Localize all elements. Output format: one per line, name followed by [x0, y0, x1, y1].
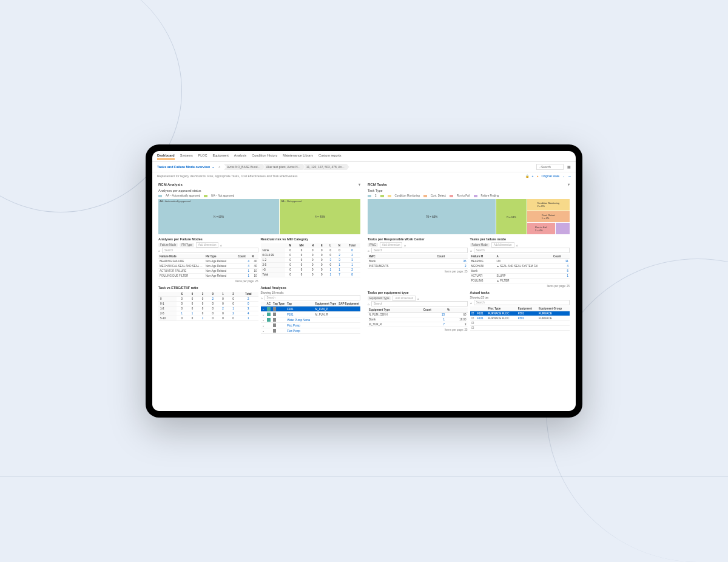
table-row[interactable]: BEARINGLM31	[470, 259, 570, 264]
status-icon	[267, 307, 271, 311]
filter-icon[interactable]: ▾	[568, 182, 570, 186]
table-row[interactable]: BEARING FAILURENon-Age Related440	[158, 259, 258, 264]
table-row[interactable]: FOULING DUE FILTERNon-Age Related110	[158, 274, 258, 279]
breadcrumb-item[interactable]: Avrist NO_BASE Bund...	[224, 164, 265, 170]
nav-systems[interactable]: Systems	[180, 154, 193, 160]
chip-equipment-type[interactable]: Equipment Type	[368, 296, 391, 300]
status-icon	[267, 318, 271, 322]
pager[interactable]: Items per page: 25	[158, 279, 258, 284]
table-search[interactable]: Search	[371, 301, 468, 306]
table-row[interactable]: 2-50000011	[261, 263, 361, 268]
add-dimension[interactable]: Add dimension	[491, 242, 514, 248]
table-search[interactable]: Search	[474, 300, 570, 305]
table-row[interactable]: ACTUATOR FAILURENon-Age Related110	[158, 269, 258, 274]
table-row[interactable]: FOULING▲ FILTER	[470, 279, 570, 283]
lock-icon[interactable]: 🔒	[525, 174, 529, 178]
table-row[interactable]: MECHANI▲ SEAL AND SEAL SYSTEM FAI4	[470, 264, 570, 269]
eqtype-widget: Tasks per equipment type Equipment Type …	[368, 289, 468, 333]
search-icon[interactable]: ⌕	[220, 243, 222, 247]
table-row[interactable]: Total0000178	[261, 273, 361, 277]
table-row[interactable]: ☑	[470, 326, 570, 331]
chip-rwc[interactable]: RWC	[368, 243, 378, 247]
breadcrumb-item[interactable]: 11, 120, 147, 503, 478, An...	[303, 164, 349, 170]
table-search[interactable]: Search	[371, 248, 468, 253]
search-icon[interactable]: ⌕	[516, 243, 518, 247]
table-row[interactable]: ⌄Floc Pump	[261, 328, 361, 334]
table-row[interactable]: N_FUM_CENH1360	[368, 313, 468, 317]
table-row[interactable]: 0.01-0.990000022	[261, 253, 361, 258]
nav-maintenance-library[interactable]: Maintenance Library	[283, 154, 313, 160]
state-label[interactable]: Original state	[542, 174, 559, 178]
table-row[interactable]: 5-100010001	[158, 316, 258, 321]
table-row[interactable]: blank5	[470, 269, 570, 274]
add-dimension[interactable]: Add dimension	[393, 296, 416, 301]
table-row[interactable]: ⌄F101M_FUN_R	[261, 312, 361, 317]
nav-analysis[interactable]: Analysis	[234, 154, 246, 160]
actual-analyses-widget: Actual Analyses Showing 10 results ⌕Sear…	[261, 284, 361, 334]
toolbar: Tasks and Failure Mode overview ⌄ ⟐ Avri…	[152, 162, 576, 172]
table-row[interactable]: INSTRUMENTS2	[368, 264, 468, 269]
add-icon[interactable]: +	[532, 174, 534, 178]
table-row[interactable]: >50000112	[261, 268, 361, 273]
table-row[interactable]: MECHANICAL SEAL AND SEAL SYSTEM FAINon-A…	[158, 264, 258, 269]
chip-fm-type[interactable]: FM Type	[180, 243, 194, 247]
nav-dashboard[interactable]: Dashboard	[157, 154, 175, 160]
nav-floc[interactable]: FLOC	[198, 154, 207, 160]
chip-failure-mode[interactable]: Failure Mode	[158, 243, 178, 247]
nav-condition-history[interactable]: Condition History	[252, 154, 277, 160]
panel-rcm-tasks-header: RCM Tasks ▾	[364, 180, 573, 188]
actual-analyses-table: ACTag TypeTagEquipment TypeSAP Equipment…	[261, 302, 361, 334]
rwc-table: RWCCount Blank35 INSTRUMENTS2	[368, 254, 468, 269]
pager[interactable]: Items per page: 25	[368, 327, 468, 333]
doc-icon	[273, 318, 276, 322]
global-search[interactable]: ⌕	[536, 164, 564, 170]
nav-custom-reports[interactable]: Custom reports	[318, 154, 342, 160]
filter-icon[interactable]: ▾	[359, 182, 360, 186]
table-row[interactable]: ⌄Water Pump Nome	[261, 317, 361, 323]
refresh-icon[interactable]: ⟐	[218, 165, 220, 169]
pager[interactable]: Items per page: 25	[368, 269, 468, 274]
table-row[interactable]: 00002002	[158, 297, 258, 302]
table-row[interactable]: ☑F101FURNACE FLOCF501FURNACE	[470, 316, 570, 321]
search-icon[interactable]: ⌕	[404, 243, 406, 247]
table-row[interactable]: ACTUATISLURP1	[470, 274, 570, 279]
search-icon[interactable]: ⌕	[470, 301, 472, 305]
approval-treemap[interactable]: AA – Automatically approvedN = 60% NA – …	[158, 199, 360, 234]
search-icon[interactable]: ⌕	[417, 297, 419, 300]
approval-title: Analyses per approval status	[155, 188, 364, 194]
table-row[interactable]: Blank119:00	[368, 317, 468, 322]
table-row[interactable]: 0-10000000	[158, 302, 258, 306]
chip-failure-mode[interactable]: Failure Mode	[470, 243, 490, 247]
nav-equipment[interactable]: Equipment	[213, 154, 229, 160]
tasktype-treemap[interactable]: 70 = 60% N = 18% Condition Monitoring 2 …	[368, 199, 570, 234]
add-dimension[interactable]: Add dimension	[196, 242, 219, 248]
search-input[interactable]	[541, 165, 561, 169]
table-row[interactable]: Blank35	[368, 259, 468, 264]
table-row[interactable]: ⌄F101M_FUN_P	[261, 306, 361, 312]
top-nav: Dashboard Systems FLOC Equipment Analysi…	[152, 151, 576, 162]
more-icon[interactable]: ⋯	[568, 174, 571, 178]
chevron-down-icon: ⌄	[562, 174, 565, 178]
table-row[interactable]: ⌄Floc Pump	[261, 323, 361, 328]
approval-legend: AA – Automatically approved NA – Not app…	[155, 194, 364, 198]
table-search[interactable]: Search	[474, 248, 570, 253]
residual-risk-widget: Residual risk vs MEI Category MMHHELNTot…	[261, 235, 361, 284]
view-dropdown[interactable]: Tasks and Failure Mode overview ⌄	[157, 165, 215, 169]
table-search[interactable]: Search	[265, 295, 361, 300]
table-row[interactable]: ☑	[470, 321, 570, 326]
search-icon[interactable]: ⌕	[261, 296, 263, 300]
rwc-widget: Tasks per Responsible Work Center RWC Ad…	[368, 235, 468, 289]
table-row[interactable]: None0000000	[261, 248, 361, 253]
table-row[interactable]: 2-51100024	[158, 311, 258, 316]
grid-icon[interactable]: ▦	[567, 165, 571, 169]
table-row[interactable]: M_TUR_R73	[368, 322, 468, 327]
tasktype-legend: 2 Condition Monitoring Cont. Detect Run …	[364, 194, 573, 198]
add-dimension[interactable]: Add dimension	[380, 242, 403, 248]
table-row[interactable]: 1-20000333	[261, 258, 361, 263]
ratio-matrix: S03012Total 00002002 0-10000000 1-200002…	[158, 292, 258, 321]
table-search[interactable]: Search	[162, 248, 258, 253]
table-row[interactable]: 1-20000213	[158, 306, 258, 311]
table-row[interactable]: ☑F101FURNACE FLOCF501FURNACE	[470, 311, 570, 316]
pager[interactable]: Items per page: 25	[470, 283, 570, 289]
breadcrumb-item[interactable]: Aker test plant, Avrist N...	[263, 164, 305, 170]
